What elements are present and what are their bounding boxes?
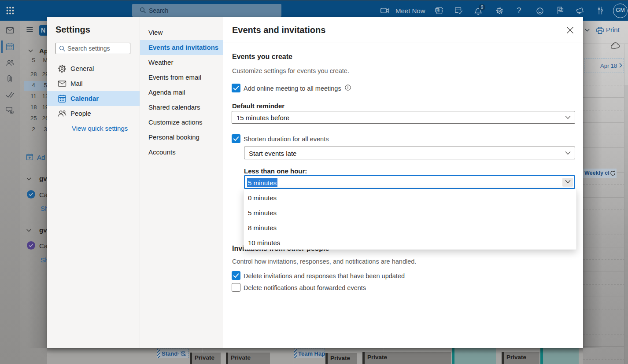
svg-text:N: N [436,8,439,12]
